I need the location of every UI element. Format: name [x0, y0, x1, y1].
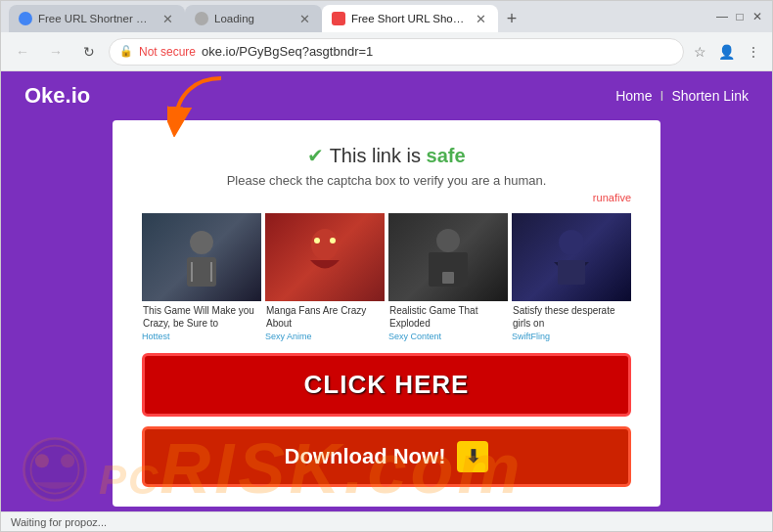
- tab-2[interactable]: Loading ✕: [185, 5, 322, 32]
- svg-point-11: [559, 230, 584, 255]
- svg-point-9: [436, 229, 460, 252]
- nav-separator: I: [660, 88, 664, 104]
- ad-image-1: [142, 213, 261, 301]
- bookmark-icon[interactable]: ☆: [690, 42, 710, 62]
- ad-source-1: Hottest: [142, 332, 261, 341]
- menu-icon[interactable]: ⋮: [743, 42, 764, 62]
- tab-3[interactable]: Free Short URL Shortner - Oke.io ✕: [322, 5, 498, 32]
- safe-title-highlight: safe: [427, 145, 466, 166]
- refresh-button[interactable]: ↻: [75, 38, 103, 66]
- svg-point-1: [190, 231, 213, 254]
- status-bar: Waiting for propoz...: [1, 511, 772, 531]
- tab-1-favicon: [19, 12, 32, 25]
- safe-title: ✔ This link is safe: [142, 144, 631, 167]
- site-nav: Home I Shorten Link: [615, 88, 749, 104]
- ad-image-3: [388, 213, 508, 301]
- ad-source-4: SwiftFling: [512, 332, 631, 341]
- ad-item-1[interactable]: This Game Will Make you Crazy, be Sure t…: [142, 213, 261, 341]
- address-bar-row: ← → ↻ 🔓 Not secure oke.io/PGyBgSeq?asgtb…: [1, 32, 772, 71]
- tab-2-close[interactable]: ✕: [297, 11, 312, 27]
- download-arrow-icon: ⬇: [457, 441, 488, 472]
- svg-rect-12: [558, 260, 585, 285]
- svg-point-7: [330, 238, 336, 244]
- safe-subtitle: Please check the captcha box to verify y…: [142, 173, 631, 188]
- ad-image-2: [265, 213, 385, 301]
- ad-caption-1: This Game Will Make you Crazy, be Sure t…: [142, 301, 261, 330]
- svg-point-6: [314, 238, 320, 244]
- title-bar: Free URL Shortner Oke.io ✕ Loading ✕ Fre…: [1, 1, 772, 32]
- svg-point-15: [35, 454, 49, 467]
- back-button[interactable]: ←: [9, 38, 36, 66]
- safe-header: ✔ This link is safe: [142, 144, 631, 167]
- svg-point-14: [31, 446, 79, 494]
- browser-window: Free URL Shortner Oke.io ✕ Loading ✕ Fre…: [0, 0, 773, 532]
- forward-button[interactable]: →: [42, 38, 69, 66]
- tab-1[interactable]: Free URL Shortner Oke.io ✕: [9, 5, 185, 32]
- ad-image-4: [512, 213, 631, 301]
- profile-icon[interactable]: 👤: [714, 42, 739, 62]
- svg-point-13: [24, 439, 86, 501]
- main-card: ✔ This link is safe Please check the cap…: [113, 120, 660, 507]
- tab-3-close[interactable]: ✕: [474, 11, 488, 27]
- ad-item-3[interactable]: Realistic Game That Exploded Sexy Conten…: [388, 213, 508, 341]
- check-icon: ✔: [307, 145, 324, 166]
- address-right-icons: ☆ 👤 ⋮: [690, 42, 764, 62]
- download-label: Download Now!: [285, 444, 446, 469]
- runafive-label: runafive: [142, 192, 631, 203]
- ad-source-3: Sexy Content: [388, 332, 508, 341]
- ad-grid: This Game Will Make you Crazy, be Sure t…: [142, 213, 631, 341]
- ad-item-4[interactable]: Satisfy these desperate girls on SwiftFl…: [512, 213, 631, 341]
- download-now-button[interactable]: Download Now! ⬇: [142, 426, 631, 487]
- maximize-button[interactable]: □: [733, 10, 747, 23]
- window-controls: — □ ✕: [707, 10, 764, 23]
- url-text: oke.io/PGyBgSeq?asgtbndr=1: [202, 44, 673, 59]
- tab-3-favicon: [332, 12, 345, 25]
- svg-point-16: [61, 454, 74, 467]
- nav-home[interactable]: Home: [615, 88, 652, 104]
- svg-rect-10: [442, 272, 454, 284]
- ad-source-2: Sexy Anime: [265, 332, 385, 341]
- click-here-button[interactable]: CLICK HERE: [142, 353, 631, 417]
- tab-2-favicon: [195, 12, 208, 25]
- address-bar[interactable]: 🔓 Not secure oke.io/PGyBgSeq?asgtbndr=1: [109, 38, 684, 66]
- safe-title-prefix: This link is: [330, 145, 421, 166]
- close-button[interactable]: ✕: [750, 10, 764, 23]
- tab-1-title: Free URL Shortner Oke.io: [38, 13, 155, 24]
- tab-3-title: Free Short URL Shortner - Oke.io: [351, 13, 468, 24]
- ad-caption-3: Realistic Game That Exploded: [388, 301, 508, 330]
- new-tab-button[interactable]: +: [498, 5, 525, 32]
- site-logo: Oke.io: [24, 83, 90, 109]
- site-header: Oke.io Home I Shorten Link: [1, 71, 772, 120]
- ad-caption-4: Satisfy these desperate girls on: [512, 301, 631, 330]
- page-content: Oke.io Home I Shorten Link ✔ This link i…: [1, 71, 772, 511]
- security-icon: 🔓: [119, 45, 133, 58]
- not-secure-label: Not secure: [139, 45, 196, 59]
- ad-caption-2: Manga Fans Are Crazy About: [265, 301, 385, 330]
- tab-2-title: Loading: [214, 13, 292, 24]
- status-text: Waiting for propoz...: [11, 516, 107, 528]
- nav-shorten[interactable]: Shorten Link: [671, 88, 749, 104]
- pc-risk-icon: [21, 435, 89, 504]
- svg-point-5: [311, 229, 339, 260]
- tab-1-close[interactable]: ✕: [160, 11, 175, 27]
- minimize-button[interactable]: —: [715, 10, 729, 23]
- ad-item-2[interactable]: Manga Fans Are Crazy About Sexy Anime: [265, 213, 385, 341]
- tab-group: Free URL Shortner Oke.io ✕ Loading ✕ Fre…: [9, 1, 707, 32]
